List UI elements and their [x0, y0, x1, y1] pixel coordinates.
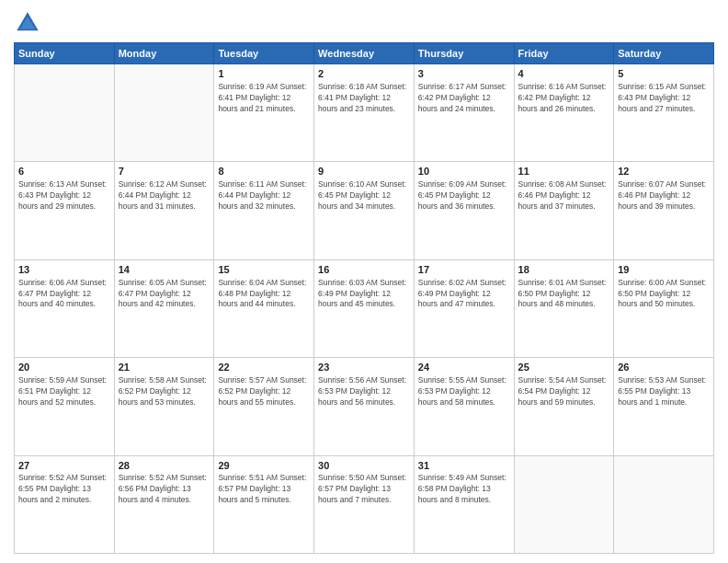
calendar-header-wednesday: Wednesday	[314, 43, 415, 64]
calendar-cell: 22Sunrise: 5:57 AM Sunset: 6:52 PM Dayli…	[214, 358, 314, 455]
day-number: 10	[418, 165, 510, 178]
day-info: Sunrise: 5:49 AM Sunset: 6:58 PM Dayligh…	[418, 473, 510, 506]
day-info: Sunrise: 6:04 AM Sunset: 6:48 PM Dayligh…	[218, 278, 310, 311]
day-info: Sunrise: 5:50 AM Sunset: 6:57 PM Dayligh…	[318, 473, 410, 506]
calendar-cell: 7Sunrise: 6:12 AM Sunset: 6:44 PM Daylig…	[114, 162, 214, 259]
day-info: Sunrise: 5:56 AM Sunset: 6:53 PM Dayligh…	[318, 375, 410, 408]
day-info: Sunrise: 5:55 AM Sunset: 6:53 PM Dayligh…	[418, 375, 510, 408]
calendar-cell: 4Sunrise: 6:16 AM Sunset: 6:42 PM Daylig…	[514, 64, 614, 162]
day-number: 22	[218, 361, 310, 374]
day-number: 23	[318, 361, 410, 374]
day-info: Sunrise: 5:59 AM Sunset: 6:51 PM Dayligh…	[18, 375, 110, 408]
calendar-cell	[114, 64, 214, 162]
day-number: 3	[418, 67, 510, 81]
calendar-cell: 27Sunrise: 5:52 AM Sunset: 6:55 PM Dayli…	[15, 455, 115, 553]
calendar-header-thursday: Thursday	[414, 43, 514, 64]
day-number: 9	[318, 165, 410, 178]
calendar-cell: 12Sunrise: 6:07 AM Sunset: 6:46 PM Dayli…	[614, 162, 714, 259]
page: SundayMondayTuesdayWednesdayThursdayFrid…	[0, 0, 728, 563]
day-info: Sunrise: 5:52 AM Sunset: 6:56 PM Dayligh…	[119, 473, 210, 506]
calendar-cell: 9Sunrise: 6:10 AM Sunset: 6:45 PM Daylig…	[314, 162, 415, 259]
day-info: Sunrise: 6:05 AM Sunset: 6:47 PM Dayligh…	[119, 278, 210, 311]
day-number: 27	[18, 459, 110, 473]
day-number: 29	[218, 459, 310, 473]
calendar-cell: 31Sunrise: 5:49 AM Sunset: 6:58 PM Dayli…	[414, 455, 514, 553]
day-info: Sunrise: 6:07 AM Sunset: 6:46 PM Dayligh…	[618, 179, 710, 213]
calendar-header-monday: Monday	[114, 43, 214, 64]
day-number: 6	[18, 165, 110, 178]
calendar-cell: 21Sunrise: 5:58 AM Sunset: 6:52 PM Dayli…	[114, 358, 214, 455]
calendar-cell: 23Sunrise: 5:56 AM Sunset: 6:53 PM Dayli…	[314, 358, 415, 455]
calendar-week-1: 1Sunrise: 6:19 AM Sunset: 6:41 PM Daylig…	[15, 64, 714, 162]
day-info: Sunrise: 6:12 AM Sunset: 6:44 PM Dayligh…	[119, 179, 210, 213]
day-number: 31	[418, 459, 510, 473]
calendar-header-saturday: Saturday	[614, 43, 714, 64]
day-number: 7	[119, 165, 210, 178]
day-number: 19	[618, 263, 710, 277]
day-number: 24	[418, 361, 510, 374]
calendar-week-2: 6Sunrise: 6:13 AM Sunset: 6:43 PM Daylig…	[15, 162, 714, 259]
calendar-header-row: SundayMondayTuesdayWednesdayThursdayFrid…	[15, 43, 714, 64]
day-info: Sunrise: 5:58 AM Sunset: 6:52 PM Dayligh…	[119, 375, 210, 408]
calendar-cell: 18Sunrise: 6:01 AM Sunset: 6:50 PM Dayli…	[514, 259, 614, 357]
calendar-table: SundayMondayTuesdayWednesdayThursdayFrid…	[14, 42, 714, 554]
calendar-cell: 6Sunrise: 6:13 AM Sunset: 6:43 PM Daylig…	[15, 162, 115, 259]
day-number: 1	[218, 67, 310, 81]
day-info: Sunrise: 6:09 AM Sunset: 6:45 PM Dayligh…	[418, 179, 510, 213]
day-info: Sunrise: 6:13 AM Sunset: 6:43 PM Dayligh…	[18, 179, 110, 213]
calendar-cell: 25Sunrise: 5:54 AM Sunset: 6:54 PM Dayli…	[514, 358, 614, 455]
calendar-cell: 15Sunrise: 6:04 AM Sunset: 6:48 PM Dayli…	[214, 259, 314, 357]
day-info: Sunrise: 5:51 AM Sunset: 6:57 PM Dayligh…	[218, 473, 310, 506]
day-number: 28	[119, 459, 210, 473]
logo	[14, 9, 45, 37]
calendar-cell	[15, 64, 115, 162]
day-info: Sunrise: 6:18 AM Sunset: 6:41 PM Dayligh…	[318, 82, 410, 115]
calendar-cell: 5Sunrise: 6:15 AM Sunset: 6:43 PM Daylig…	[614, 64, 714, 162]
calendar-cell: 14Sunrise: 6:05 AM Sunset: 6:47 PM Dayli…	[114, 259, 214, 357]
day-info: Sunrise: 6:15 AM Sunset: 6:43 PM Dayligh…	[618, 82, 710, 115]
day-number: 12	[618, 165, 710, 178]
calendar-cell: 13Sunrise: 6:06 AM Sunset: 6:47 PM Dayli…	[15, 259, 115, 357]
day-number: 5	[618, 67, 710, 81]
calendar-cell: 20Sunrise: 5:59 AM Sunset: 6:51 PM Dayli…	[15, 358, 115, 455]
calendar-cell: 1Sunrise: 6:19 AM Sunset: 6:41 PM Daylig…	[214, 64, 314, 162]
calendar-cell: 16Sunrise: 6:03 AM Sunset: 6:49 PM Dayli…	[314, 259, 415, 357]
day-number: 20	[18, 361, 110, 374]
day-number: 8	[218, 165, 310, 178]
day-number: 21	[119, 361, 210, 374]
day-info: Sunrise: 6:08 AM Sunset: 6:46 PM Dayligh…	[518, 179, 610, 213]
calendar-cell: 17Sunrise: 6:02 AM Sunset: 6:49 PM Dayli…	[414, 259, 514, 357]
day-info: Sunrise: 6:17 AM Sunset: 6:42 PM Dayligh…	[418, 82, 510, 115]
day-info: Sunrise: 6:19 AM Sunset: 6:41 PM Dayligh…	[218, 82, 310, 115]
calendar-cell: 30Sunrise: 5:50 AM Sunset: 6:57 PM Dayli…	[314, 455, 415, 553]
day-number: 30	[318, 459, 410, 473]
calendar-cell: 8Sunrise: 6:11 AM Sunset: 6:44 PM Daylig…	[214, 162, 314, 259]
logo-icon	[14, 9, 41, 37]
day-info: Sunrise: 6:01 AM Sunset: 6:50 PM Dayligh…	[518, 278, 610, 311]
day-info: Sunrise: 6:02 AM Sunset: 6:49 PM Dayligh…	[418, 278, 510, 311]
day-number: 14	[119, 263, 210, 277]
day-info: Sunrise: 6:03 AM Sunset: 6:49 PM Dayligh…	[318, 278, 410, 311]
day-info: Sunrise: 6:16 AM Sunset: 6:42 PM Dayligh…	[518, 82, 610, 115]
day-number: 16	[318, 263, 410, 277]
day-info: Sunrise: 5:54 AM Sunset: 6:54 PM Dayligh…	[518, 375, 610, 408]
day-info: Sunrise: 6:11 AM Sunset: 6:44 PM Dayligh…	[218, 179, 310, 213]
header	[14, 9, 714, 37]
calendar-cell: 29Sunrise: 5:51 AM Sunset: 6:57 PM Dayli…	[214, 455, 314, 553]
day-info: Sunrise: 5:52 AM Sunset: 6:55 PM Dayligh…	[18, 473, 110, 506]
day-number: 13	[18, 263, 110, 277]
calendar-cell: 2Sunrise: 6:18 AM Sunset: 6:41 PM Daylig…	[314, 64, 415, 162]
day-info: Sunrise: 5:57 AM Sunset: 6:52 PM Dayligh…	[218, 375, 310, 408]
day-info: Sunrise: 6:10 AM Sunset: 6:45 PM Dayligh…	[318, 179, 410, 213]
day-number: 11	[518, 165, 610, 178]
day-number: 2	[318, 67, 410, 81]
day-info: Sunrise: 6:00 AM Sunset: 6:50 PM Dayligh…	[618, 278, 710, 311]
calendar-cell: 10Sunrise: 6:09 AM Sunset: 6:45 PM Dayli…	[414, 162, 514, 259]
calendar-header-tuesday: Tuesday	[214, 43, 314, 64]
calendar-cell: 19Sunrise: 6:00 AM Sunset: 6:50 PM Dayli…	[614, 259, 714, 357]
day-number: 4	[518, 67, 610, 81]
calendar-week-3: 13Sunrise: 6:06 AM Sunset: 6:47 PM Dayli…	[15, 259, 714, 357]
day-info: Sunrise: 5:53 AM Sunset: 6:55 PM Dayligh…	[618, 375, 710, 408]
calendar-header-sunday: Sunday	[15, 43, 115, 64]
calendar-cell	[614, 455, 714, 553]
